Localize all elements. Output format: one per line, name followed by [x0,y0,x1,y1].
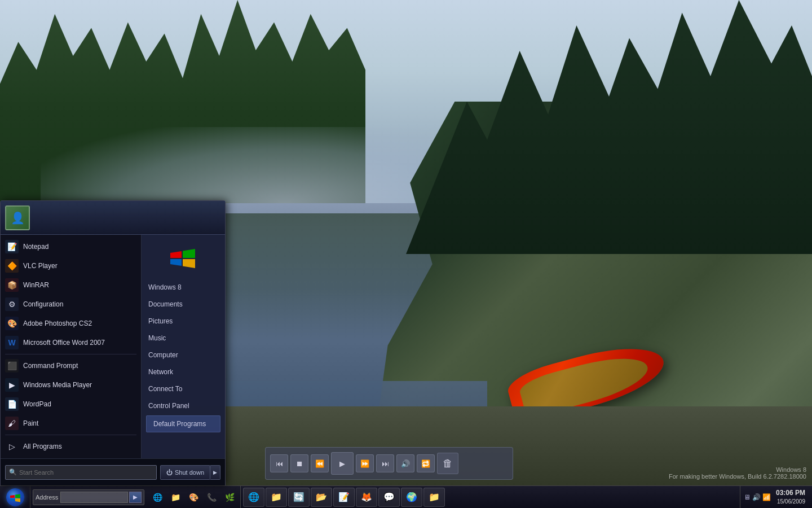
start-menu-body: 📝 Notepad 🔶 VLC Player 📦 WinRAR ⚙ Config… [1,235,225,458]
ql-ie-button[interactable]: 🌐 [149,489,166,505]
right-menu-item-computer[interactable]: Computer [142,347,225,364]
menu-item-word-label: Microsoft Office Word 2007 [23,339,105,347]
start-orb [6,488,24,506]
system-tray: 🖥 🔊 📶 03:06 PM 15/06/2009 [740,486,812,509]
media-next-button[interactable]: ⏩ [356,454,374,472]
menu-item-config-label: Configuration [23,300,63,308]
right-menu-item-win8[interactable]: Windows 8 [142,279,225,296]
address-input[interactable] [60,492,128,503]
start-menu-footer: 🔍 ⏻ Shut down ▶ [1,458,225,485]
menu-item-notepad[interactable]: 📝 Notepad [1,237,141,256]
right-menu-item-pics-label: Pictures [148,317,173,325]
tray-network-icon[interactable]: 📶 [762,493,771,501]
media-play-button[interactable]: ▶ [331,452,354,475]
menu-item-all-programs[interactable]: ▷ All Programs [1,437,141,456]
menu-item-paint-label: Paint [23,419,38,427]
svg-marker-0 [170,251,182,258]
svg-marker-1 [183,249,195,258]
right-menu-item-docs[interactable]: Documents [142,296,225,313]
tray-volume-icon[interactable]: 🔊 [752,493,761,501]
taskbar-btn-notepad[interactable]: 📝 [333,488,355,507]
start-menu-header: 👤 [1,201,225,235]
shutdown-arrow-button[interactable]: ▶ [210,465,220,480]
clock-area[interactable]: 03:06 PM 15/06/2009 [773,489,809,505]
ql-plant-button[interactable]: 🌿 [221,489,238,505]
media-loop-button[interactable]: 🔁 [417,454,435,472]
taskbar-btn-folder2[interactable]: 📂 [311,488,332,507]
media-trash-button[interactable]: 🗑 [437,453,458,474]
shutdown-label: Shut down [175,469,204,476]
menu-item-wmp-label: Windows Media Player [23,381,92,389]
start-menu-left-panel: 📝 Notepad 🔶 VLC Player 📦 WinRAR ⚙ Config… [1,235,142,458]
windows-logo-svg [169,245,197,273]
right-menu-item-connect[interactable]: Connect To [142,380,225,397]
taskbar-btn-explorer[interactable]: 📁 [423,488,445,507]
taskbar-btn-firefox[interactable]: 🦊 [356,488,377,507]
photoshop-icon: 🎨 [5,317,19,330]
right-menu-item-computer-label: Computer [148,351,178,359]
wmp-icon: ▶ [5,378,19,392]
right-menu-item-connect-label: Connect To [148,385,183,393]
menu-item-wordpad[interactable]: 📄 WordPad [1,395,141,414]
media-prev2-button[interactable]: ⏪ [311,454,329,472]
right-menu-item-defaults-label: Default Programs [153,420,206,428]
menu-item-config[interactable]: ⚙ Configuration [1,295,141,314]
menu-item-paint[interactable]: 🖌 Paint [1,414,141,433]
ql-folder-button[interactable]: 📁 [167,489,184,505]
right-menu-item-defaults[interactable]: Default Programs [146,415,220,432]
address-label: Address [36,494,58,501]
tray-monitor-icon[interactable]: 🖥 [744,493,751,501]
menu-item-wordpad-label: WordPad [23,400,51,408]
media-stop-button[interactable]: ⏹ [290,454,308,472]
config-icon: ⚙ [5,297,19,311]
menu-item-vlc[interactable]: 🔶 VLC Player [1,256,141,275]
media-next2-button[interactable]: ⏭ [376,454,394,472]
media-prev-button[interactable]: ⏮ [270,454,288,472]
ql-photoshop-button[interactable]: 🎨 [185,489,202,505]
menu-item-photoshop[interactable]: 🎨 Adobe Photoshop CS2 [1,314,141,333]
wordpad-icon: 📄 [5,397,19,411]
cmd-icon: ⬛ [5,359,19,373]
right-menu-item-network[interactable]: Network [142,364,225,380]
search-input[interactable] [19,469,153,476]
start-menu-right-panel: Windows 8 Documents Pictures Music Compu… [142,235,225,458]
floating-media-bar: ⏮ ⏹ ⏪ ▶ ⏩ ⏭ 🔊 🔁 🗑 [265,447,513,480]
notepad-icon: 📝 [5,240,19,253]
menu-item-all-programs-label: All Programs [23,443,62,450]
address-go-button[interactable]: ▶ [129,492,142,503]
ql-phone-button[interactable]: 📞 [203,489,220,505]
menu-item-cmd[interactable]: ⬛ Command Prompt [1,356,141,375]
svg-marker-5 [15,494,20,498]
start-button[interactable] [0,486,30,509]
taskbar-btn-sync[interactable]: 🔄 [288,488,310,507]
vlc-icon: 🔶 [5,259,19,273]
windows-logo-area [142,239,225,279]
menu-item-wmp[interactable]: ▶ Windows Media Player [1,375,141,395]
search-box[interactable]: 🔍 [5,465,157,480]
search-icon: 🔍 [9,468,17,476]
clock-date: 15/06/2009 [776,498,805,505]
right-menu-item-music[interactable]: Music [142,330,225,347]
shutdown-button[interactable]: ⏻ Shut down [160,465,210,480]
right-menu-item-win8-label: Windows 8 [148,283,182,291]
taskbar-btn-globe[interactable]: 🌍 [401,488,422,507]
right-menu-item-pics[interactable]: Pictures [142,313,225,330]
right-menu-item-music-label: Music [148,334,166,342]
all-programs-icon: ▷ [5,440,19,453]
svg-marker-3 [183,259,195,268]
right-menu-item-control[interactable]: Control Panel [142,397,225,414]
taskbar-btn-folder[interactable]: 📁 [266,488,287,507]
taskbar-btn-ie[interactable]: 🌐 [243,488,264,507]
taskbar-apps-area: 🌐 📁 🔄 📂 📝 🦊 💬 🌍 📁 [241,486,740,509]
right-menu-item-docs-label: Documents [148,300,183,308]
menu-item-cmd-label: Command Prompt [23,362,78,370]
user-avatar: 👤 [5,205,30,230]
chevron-right-icon: ▶ [213,470,217,475]
svg-marker-6 [10,498,15,501]
media-volume-button[interactable]: 🔊 [396,454,414,472]
right-menu-item-control-label: Control Panel [148,402,189,410]
taskbar-btn-messenger[interactable]: 💬 [378,488,400,507]
menu-item-winrar[interactable]: 📦 WinRAR [1,275,141,295]
menu-item-photoshop-label: Adobe Photoshop CS2 [23,319,92,327]
menu-item-word[interactable]: W Microsoft Office Word 2007 [1,333,141,352]
